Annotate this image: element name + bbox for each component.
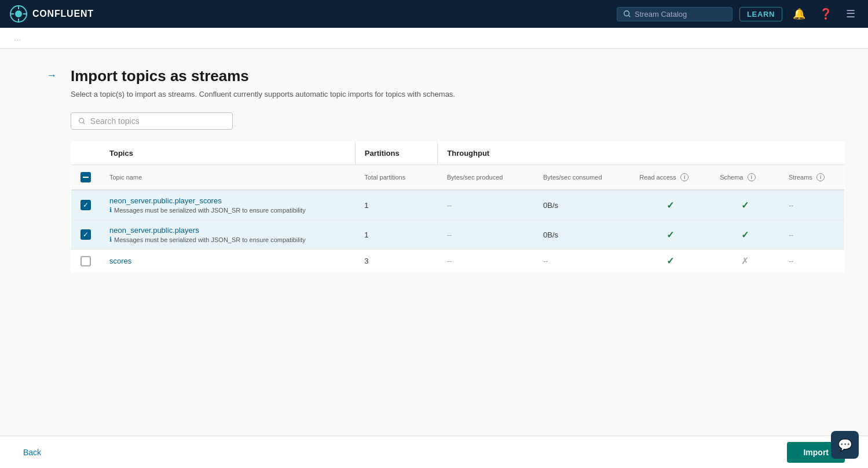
check-icon: ✓ — [741, 230, 749, 240]
confluent-logo-icon — [9, 5, 28, 23]
read-access-info-icon[interactable]: i — [680, 173, 688, 181]
topic-search-wrapper — [71, 112, 845, 130]
row-checkbox-0[interactable]: ✓ — [71, 190, 101, 220]
svg-line-9 — [83, 122, 85, 123]
schema-info-icon[interactable]: i — [748, 173, 756, 181]
topic-name-cell: neon_server.public.players ℹ Messages mu… — [100, 220, 355, 250]
row-checkbox-2[interactable] — [71, 250, 101, 273]
topic-warning-text: ℹ Messages must be serialized with JSON_… — [109, 236, 346, 243]
th-streams-group — [779, 142, 845, 165]
bytes-produced-cell: -- — [438, 250, 534, 273]
search-topics-input[interactable] — [90, 116, 225, 126]
schema-cell: ✓ — [710, 190, 779, 220]
bytes-consumed-cell: 0B/s — [534, 220, 630, 250]
main-content: → Import topics as streams Select a topi… — [0, 49, 868, 468]
page-subtitle: Select a topic(s) to import as streams. … — [71, 90, 845, 98]
read-access-cell: ✓ — [630, 250, 710, 273]
checkbox-unchecked-2[interactable] — [80, 256, 91, 266]
bytes-produced-cell: -- — [438, 190, 534, 220]
svg-point-6 — [624, 11, 629, 16]
topic-name-cell: scores — [100, 250, 355, 273]
table-group-header-row: Topics Partitions Throughput — [71, 142, 845, 165]
topic-name-text: scores — [109, 257, 346, 265]
th-select-all[interactable] — [71, 165, 101, 191]
topic-name-text: neon_server.public.players — [109, 226, 346, 235]
topic-warning-text: ℹ Messages must be serialized with JSON_… — [109, 206, 346, 214]
table-sub-header-row: Topic name Total partitions Bytes/sec pr… — [71, 165, 845, 191]
warning-icon: ℹ — [109, 236, 112, 243]
back-arrow-icon[interactable]: → — [46, 70, 57, 422]
topic-search-box[interactable] — [71, 112, 233, 130]
th-read-access: Read access i — [630, 165, 710, 191]
checkbox-checked-0[interactable]: ✓ — [80, 200, 91, 210]
th-throughput-group: Throughput — [438, 142, 631, 165]
svg-line-7 — [629, 16, 631, 17]
breadcrumb-text: … — [14, 34, 21, 42]
topics-table: Topics Partitions Throughput Topic name — [71, 141, 845, 273]
read-access-cell: ✓ — [630, 190, 710, 220]
svg-point-8 — [79, 118, 84, 123]
select-all-checkbox[interactable] — [80, 172, 91, 182]
partitions-cell: 3 — [355, 250, 438, 273]
bytes-consumed-cell: 0B/s — [534, 190, 630, 220]
th-schema-group — [710, 142, 779, 165]
table-row: ✓neon_server.public.player_scores ℹ Mess… — [71, 190, 845, 220]
menu-icon[interactable]: ☰ — [843, 5, 859, 23]
search-topics-icon — [78, 117, 86, 125]
content-area: Import topics as streams Select a topic(… — [71, 67, 845, 422]
checkbox-checked-1[interactable]: ✓ — [80, 229, 91, 240]
back-button[interactable]: Back — [23, 448, 41, 457]
top-navigation: CONFLUENT Stream Catalog LEARN 🔔 ❓ ☰ — [0, 0, 868, 28]
table-row: scores3----✓✗-- — [71, 250, 845, 273]
x-icon: ✗ — [741, 256, 749, 266]
partitions-cell: 1 — [355, 190, 438, 220]
topic-name-cell: neon_server.public.player_scores ℹ Messa… — [100, 190, 355, 220]
chat-icon: 💬 — [838, 438, 852, 452]
th-checkbox-col — [71, 142, 101, 165]
check-icon: ✓ — [666, 200, 674, 210]
stream-catalog-search[interactable]: Stream Catalog — [617, 7, 733, 21]
partitions-cell: 1 — [355, 220, 438, 250]
th-bytes-consumed: Bytes/sec consumed — [534, 165, 630, 191]
svg-point-1 — [15, 10, 22, 17]
chat-button[interactable]: 💬 — [831, 431, 859, 459]
streams-info-icon[interactable]: i — [816, 173, 825, 181]
bytes-consumed-cell: -- — [534, 250, 630, 273]
th-streams: Streams i — [779, 165, 845, 191]
page-title: Import topics as streams — [71, 67, 845, 85]
breadcrumb: … — [0, 28, 868, 49]
th-total-partitions: Total partitions — [355, 165, 438, 191]
table-body: ✓neon_server.public.player_scores ℹ Mess… — [71, 190, 845, 273]
check-icon: ✓ — [741, 200, 749, 210]
bytes-produced-cell: -- — [438, 220, 534, 250]
learn-button[interactable]: LEARN — [739, 7, 782, 21]
notifications-icon[interactable]: 🔔 — [789, 5, 809, 23]
streams-cell: -- — [779, 220, 845, 250]
help-icon[interactable]: ❓ — [816, 5, 836, 23]
streams-cell: -- — [779, 190, 845, 220]
row-checkbox-1[interactable]: ✓ — [71, 220, 101, 250]
table-row: ✓neon_server.public.players ℹ Messages m… — [71, 220, 845, 250]
th-partitions-group: Partitions — [355, 142, 438, 165]
stream-catalog-label: Stream Catalog — [635, 10, 687, 19]
footer: Back Import — [0, 436, 868, 468]
th-schema: Schema i — [710, 165, 779, 191]
topic-name-text: neon_server.public.player_scores — [109, 196, 346, 205]
th-topic-name: Topic name — [100, 165, 355, 191]
logo: CONFLUENT — [9, 5, 94, 23]
th-read-access-group — [630, 142, 710, 165]
check-icon: ✓ — [666, 230, 674, 240]
streams-cell: -- — [779, 250, 845, 273]
schema-cell: ✗ — [710, 250, 779, 273]
warning-icon: ℹ — [109, 206, 112, 214]
read-access-cell: ✓ — [630, 220, 710, 250]
check-icon: ✓ — [666, 256, 674, 266]
th-bytes-produced: Bytes/sec produced — [438, 165, 534, 191]
search-icon — [623, 10, 631, 18]
th-topics-group: Topics — [100, 142, 355, 165]
schema-cell: ✓ — [710, 220, 779, 250]
logo-text: CONFLUENT — [32, 9, 94, 19]
